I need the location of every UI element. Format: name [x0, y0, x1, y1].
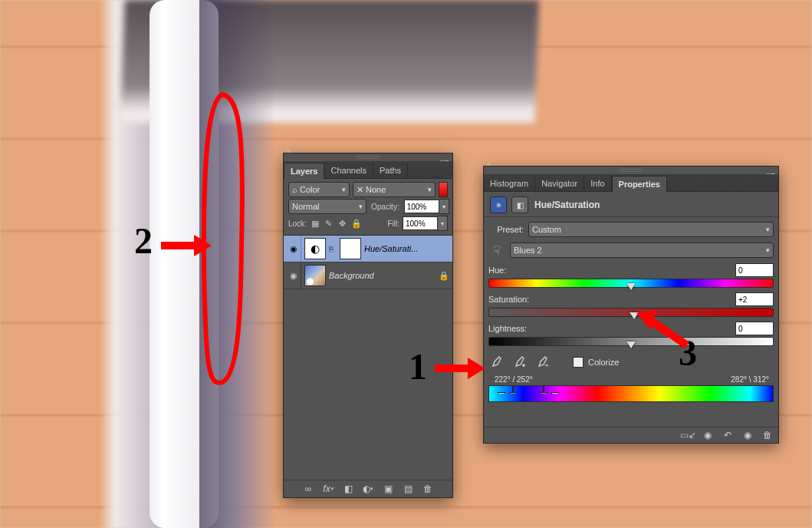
blend-row: Normal ▾ Opacity: ▾ — [288, 199, 448, 214]
link-icon: ⎘ — [329, 245, 337, 253]
layer-thumb[interactable] — [304, 265, 326, 286]
hue-slider-knob[interactable] — [626, 283, 636, 290]
tab-channels[interactable]: Channels — [324, 163, 373, 178]
props-title-row: ☀ ◧ Hue/Saturation — [488, 195, 774, 215]
layer-list: ◉ ◐ ⎘ Hue/Saturati... ◉ Background 🔒 — [284, 235, 452, 480]
saturation-slider-track[interactable] — [488, 308, 774, 317]
colorize-checkbox[interactable] — [573, 357, 584, 368]
eyedropper-minus-icon[interactable] — [534, 354, 551, 371]
layers-footer: ∞ fx▾ ◧ ◐▾ ▣ ▤ 🗑 — [284, 480, 452, 497]
targeted-adjustment-tool-icon[interactable]: ☟ — [488, 242, 505, 259]
hue-slider-track[interactable] — [488, 279, 774, 288]
filter-kind-label: Color — [300, 185, 320, 194]
channel-value-label: Blues 2 — [514, 246, 542, 255]
lightness-label: Lightness: — [488, 324, 527, 333]
hue-input[interactable] — [735, 263, 774, 277]
lock-all-icon[interactable]: 🔒 — [351, 218, 362, 229]
layer-row[interactable]: ◉ ◐ ⎘ Hue/Saturati... — [284, 236, 452, 262]
clip-to-layer-icon[interactable]: ▭↙ — [682, 429, 694, 441]
tab-properties[interactable]: Properties — [612, 176, 667, 192]
adjustment-thumb[interactable]: ◐ — [304, 238, 326, 259]
props-title: Hue/Saturation — [534, 200, 600, 210]
tab-info-label: Info — [590, 179, 604, 188]
eyedropper-icon[interactable] — [488, 354, 505, 371]
tab-channels-label: Channels — [330, 166, 366, 175]
filter-toggle-chip[interactable] — [439, 182, 448, 197]
visibility-eye-icon[interactable]: ◉ — [287, 236, 301, 262]
spectrum-top — [489, 386, 773, 394]
props-footer: ▭↙ ◉ ↶ ◉ 🗑 — [484, 427, 778, 443]
range-readout: 222° / 252° 282° \ 312° — [488, 375, 774, 384]
layers-panel-body: ⌕ Color ▾ ✕ None ▾ Normal ▾ Opacity: — [284, 179, 452, 236]
tab-layers[interactable]: Layers — [284, 163, 324, 179]
preset-value-label: Custom — [532, 225, 561, 234]
collapse-icon[interactable]: « — [487, 160, 491, 168]
adjustment-icon[interactable]: ☀ — [490, 196, 507, 213]
trash-icon[interactable]: 🗑 — [761, 429, 774, 441]
annotation-arrow-2 — [159, 230, 213, 261]
color-range-strip[interactable] — [488, 385, 774, 402]
filter-value-select[interactable]: ✕ None ▾ — [353, 182, 436, 197]
lock-image-icon[interactable]: ✎ — [324, 218, 334, 229]
mask-icon[interactable]: ◧ — [511, 196, 528, 213]
previous-state-icon[interactable]: ◉ — [702, 429, 714, 441]
layer-name-label[interactable]: Hue/Saturati... — [364, 244, 449, 253]
tab-layers-label: Layers — [291, 167, 317, 176]
lock-row: Lock: ▦ ✎ ✥ 🔒 Fill: ▾ — [288, 216, 448, 231]
colorize-label: Colorize — [588, 358, 619, 367]
colorize-row[interactable]: Colorize — [573, 357, 619, 368]
fx-icon[interactable]: fx▾ — [322, 483, 334, 495]
chevron-down-icon: ▾ — [342, 186, 346, 193]
layers-panel: « ▾≡ Layers Channels Paths ⌕ Color ▾ ✕ N… — [283, 153, 453, 498]
group-icon[interactable]: ▣ — [382, 483, 394, 495]
mask-icon[interactable]: ◧ — [342, 483, 354, 495]
panel-drag-handle[interactable]: « ▾≡ — [284, 153, 452, 161]
reset-icon[interactable]: ↶ — [722, 429, 734, 441]
lock-transparency-icon[interactable]: ▦ — [310, 218, 321, 229]
tab-paths-label: Paths — [380, 166, 401, 175]
opacity-popup-button[interactable]: ▾ — [439, 199, 449, 214]
panel-drag-handle[interactable]: « ▾≡ — [484, 167, 778, 174]
blend-mode-select[interactable]: Normal ▾ — [288, 199, 367, 214]
tab-paths[interactable]: Paths — [373, 163, 408, 178]
saturation-label: Saturation: — [488, 295, 529, 304]
visibility-icon[interactable]: ◉ — [741, 429, 754, 441]
mask-thumb[interactable] — [340, 238, 361, 259]
preset-select[interactable]: Custom ▾ — [528, 222, 774, 237]
link-layers-icon[interactable]: ∞ — [302, 483, 314, 495]
hue-label: Hue: — [488, 266, 506, 275]
eyedropper-plus-icon[interactable] — [511, 354, 528, 371]
opacity-input[interactable] — [404, 200, 439, 213]
annotation-number-1: 1 — [409, 345, 427, 388]
fill-popup-button[interactable]: ▾ — [438, 216, 448, 231]
opacity-label: Opacity: — [371, 203, 399, 211]
lightness-slider-track[interactable] — [488, 337, 774, 346]
lock-label: Lock: — [288, 219, 307, 228]
tab-info[interactable]: Info — [584, 176, 611, 191]
trash-icon[interactable]: 🗑 — [422, 483, 434, 495]
props-panel-body: ☀ ◧ Hue/Saturation Preset: Custom ▾ ☟ Bl… — [484, 192, 778, 405]
adjustment-layer-icon[interactable]: ◐▾ — [362, 483, 374, 495]
layers-tabbar: Layers Channels Paths — [284, 161, 452, 179]
saturation-input[interactable] — [735, 292, 774, 306]
filter-kind-select[interactable]: ⌕ Color ▾ — [288, 182, 350, 197]
tab-properties-label: Properties — [619, 180, 660, 189]
layer-row[interactable]: ◉ Background 🔒 — [284, 262, 452, 289]
new-layer-icon[interactable]: ▤ — [402, 483, 414, 495]
spectrum-bottom — [489, 394, 773, 401]
eyedropper-row: Colorize — [488, 354, 774, 371]
filter-value-label: None — [366, 185, 386, 194]
annotation-number-2: 2 — [134, 219, 153, 262]
layer-name-label[interactable]: Background — [329, 271, 436, 280]
chevron-down-icon: ▾ — [766, 226, 770, 233]
tab-histogram[interactable]: Histogram — [484, 176, 535, 191]
tab-navigator[interactable]: Navigator — [535, 176, 584, 191]
search-icon: ⌕ — [292, 185, 298, 194]
lightness-input[interactable] — [735, 322, 774, 335]
visibility-eye-icon[interactable]: ◉ — [287, 262, 301, 289]
lock-position-icon[interactable]: ✥ — [337, 218, 348, 229]
collapse-icon[interactable]: « — [287, 147, 291, 155]
range-right-label: 282° \ 312° — [731, 375, 769, 384]
channel-select[interactable]: Blues 2 ▾ — [510, 243, 774, 258]
fill-input[interactable] — [403, 216, 438, 230]
